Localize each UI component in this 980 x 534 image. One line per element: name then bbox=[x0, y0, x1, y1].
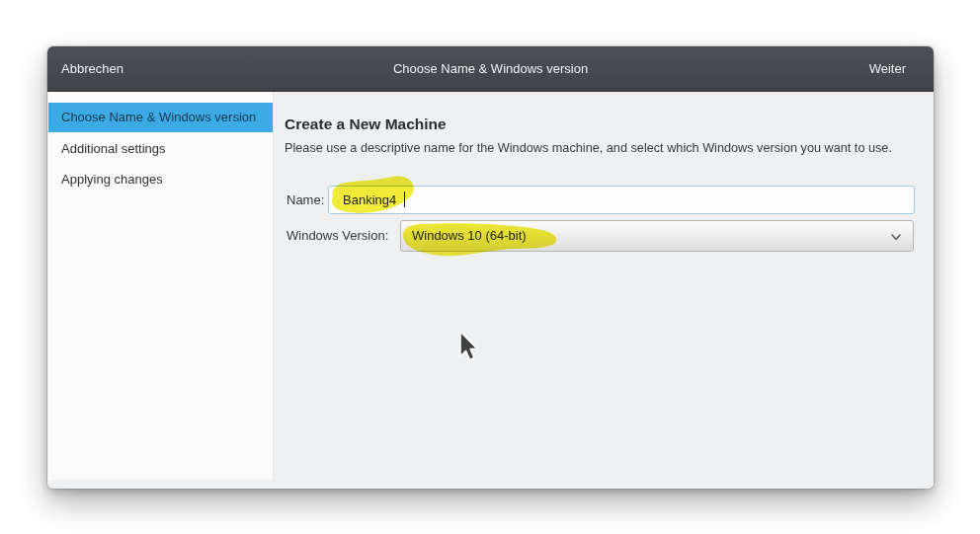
windows-version-select[interactable]: Windows 10 (64-bit) bbox=[400, 220, 914, 252]
header-bar: Abbrechen Choose Name & Windows version … bbox=[47, 46, 934, 92]
steps-sidebar: Choose Name & Windows version Additional… bbox=[48, 92, 274, 480]
chevron-down-icon bbox=[889, 230, 903, 244]
page-subtitle: Please use a descriptive name for the Wi… bbox=[285, 141, 892, 155]
next-button[interactable]: Weiter bbox=[867, 46, 908, 92]
windows-version-label: Windows Version: bbox=[286, 220, 388, 252]
window-body: Choose Name & Windows version Additional… bbox=[47, 92, 934, 489]
text-caret bbox=[404, 191, 405, 207]
sidebar-item-choose-name[interactable]: Choose Name & Windows version bbox=[48, 103, 273, 132]
cancel-button[interactable]: Abbrechen bbox=[59, 46, 125, 92]
header-title: Choose Name & Windows version bbox=[166, 46, 815, 92]
sidebar-item-applying-changes[interactable]: Applying changes bbox=[48, 164, 273, 194]
windows-version-value: Windows 10 (64-bit) bbox=[412, 228, 527, 243]
sidebar-item-additional-settings[interactable]: Additional settings bbox=[48, 133, 273, 164]
name-input[interactable] bbox=[328, 186, 915, 214]
main-content: Create a New Machine Please use a descri… bbox=[274, 92, 934, 489]
name-label: Name: bbox=[286, 186, 324, 214]
page-title: Create a New Machine bbox=[285, 115, 447, 133]
wizard-window: Abbrechen Choose Name & Windows version … bbox=[47, 46, 934, 489]
